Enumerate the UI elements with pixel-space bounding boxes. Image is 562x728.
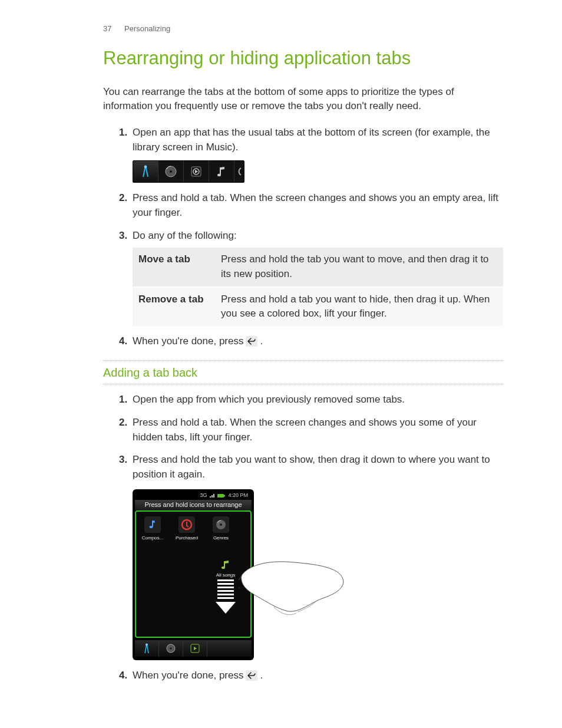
svg-point-7 bbox=[217, 174, 221, 176]
svg-point-15 bbox=[222, 566, 225, 569]
divider bbox=[103, 360, 503, 361]
sub-step-4: When you're done, press . bbox=[130, 668, 503, 683]
tab-disc-icon bbox=[158, 161, 184, 182]
steps-list: Open an app that has the usual tabs at t… bbox=[103, 126, 503, 348]
bottom-tab-artists-icon bbox=[135, 640, 159, 657]
sub-steps-list: Open the app from which you previously r… bbox=[103, 393, 503, 683]
music-note-icon bbox=[220, 560, 231, 571]
step-2: Press and hold a tab. When the screen ch… bbox=[130, 191, 503, 220]
step-text-post: . bbox=[260, 668, 263, 683]
step-text-pre: When you're done, press bbox=[133, 334, 243, 349]
step-text-pre: When you're done, press bbox=[133, 668, 243, 683]
svg-point-11 bbox=[153, 521, 155, 523]
page-number: 37 bbox=[103, 24, 111, 33]
section-name: Personalizing bbox=[124, 24, 170, 33]
tabbar-illustration bbox=[133, 160, 244, 183]
back-icon bbox=[246, 336, 257, 347]
sub-step-3: Press and hold the tab you want to show,… bbox=[130, 453, 503, 660]
step-text: Press and hold a tab. When the screen ch… bbox=[133, 417, 477, 443]
svg-point-0 bbox=[144, 166, 147, 169]
step-3: Do any of the following: Move a tab Pres… bbox=[130, 229, 503, 326]
app-label: Compos... bbox=[140, 535, 166, 542]
hint-bar: Press and hold icons to rearrange bbox=[135, 500, 252, 510]
subsection-title: Adding a tab back bbox=[103, 364, 503, 381]
page-title: Rearranging or hiding application tabs bbox=[103, 45, 503, 72]
battery-icon bbox=[217, 493, 226, 498]
svg-point-14 bbox=[220, 523, 222, 526]
step-text: Do any of the following: bbox=[133, 230, 237, 241]
svg-point-16 bbox=[146, 643, 148, 645]
sub-step-1: Open the app from which you previously r… bbox=[130, 393, 503, 407]
table-row: Move a tab Press and hold the tab you wa… bbox=[133, 248, 503, 286]
page-header: 37 Personalizing bbox=[103, 24, 503, 35]
app-label: Purchased bbox=[174, 535, 200, 542]
intro-text: You can rearrange the tabs at the bottom… bbox=[103, 85, 503, 114]
action-name: Move a tab bbox=[133, 248, 215, 286]
svg-point-10 bbox=[150, 526, 153, 528]
network-label: 3G bbox=[200, 492, 207, 499]
tab-songs-icon bbox=[209, 161, 234, 182]
svg-point-3 bbox=[170, 170, 172, 173]
tab-nowplaying-icon bbox=[184, 161, 209, 182]
drag-indicator: All songs bbox=[214, 560, 237, 614]
step-1: Open an app that has the usual tabs at t… bbox=[130, 126, 503, 183]
step-text: Press and hold the tab you want to show,… bbox=[133, 454, 490, 480]
actions-table: Move a tab Press and hold the tab you wa… bbox=[133, 248, 503, 326]
svg-rect-9 bbox=[224, 495, 225, 496]
back-icon bbox=[246, 670, 257, 681]
step-text-post: . bbox=[260, 334, 263, 349]
bottom-tabbar bbox=[135, 640, 252, 657]
tab-more-icon bbox=[234, 161, 244, 182]
step-text: Open the app from which you previously r… bbox=[133, 394, 405, 405]
drag-arrow-icon bbox=[216, 579, 236, 614]
drag-label: All songs bbox=[216, 572, 235, 579]
clock-label: 4:20 PM bbox=[228, 492, 248, 499]
action-name: Remove a tab bbox=[133, 287, 215, 326]
sub-step-2: Press and hold a tab. When the screen ch… bbox=[130, 416, 503, 444]
divider bbox=[103, 384, 503, 384]
action-desc: Press and hold a tab you want to hide, t… bbox=[215, 287, 503, 326]
step-text: Open an app that has the usual tabs at t… bbox=[133, 127, 490, 153]
step-text: Press and hold a tab. When the screen ch… bbox=[133, 192, 498, 218]
step-4: When you're done, press . bbox=[130, 334, 503, 349]
app-genres: Genres bbox=[208, 516, 234, 542]
app-purchased: Purchased bbox=[174, 516, 200, 542]
hand-illustration bbox=[239, 558, 345, 639]
bottom-tab-nowplaying-icon bbox=[183, 640, 207, 657]
action-desc: Press and hold the tab you want to move,… bbox=[215, 248, 503, 286]
bottom-tab-disc-icon bbox=[159, 640, 183, 657]
table-row: Remove a tab Press and hold a tab you wa… bbox=[133, 287, 503, 326]
tab-artists-icon bbox=[133, 161, 158, 182]
library-panel: Compos... Purchased Genres bbox=[135, 510, 252, 638]
app-composers: Compos... bbox=[140, 516, 166, 542]
phone-illustration: 3G 4:20 PM Press and hold icons to rearr… bbox=[133, 489, 254, 660]
svg-point-18 bbox=[170, 647, 171, 649]
svg-rect-8 bbox=[217, 494, 224, 498]
app-label: Genres bbox=[208, 535, 234, 542]
signal-icon bbox=[209, 493, 215, 498]
status-bar: 3G 4:20 PM bbox=[135, 492, 252, 500]
